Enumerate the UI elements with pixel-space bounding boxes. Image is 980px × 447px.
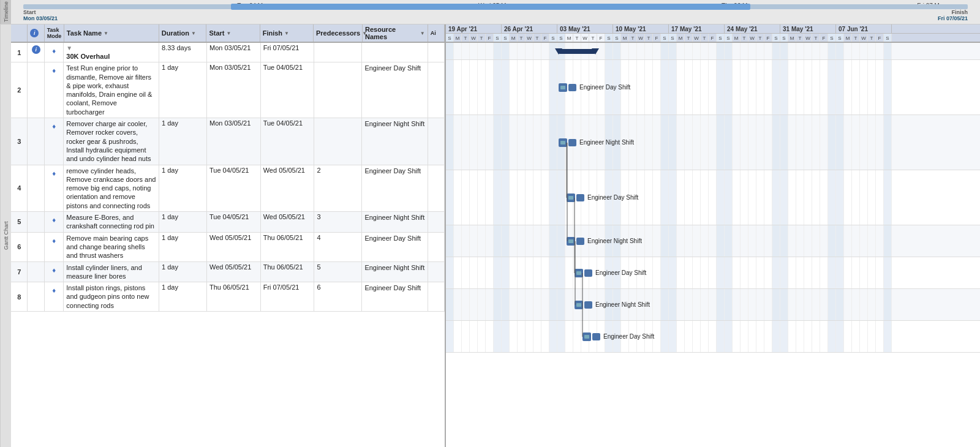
col-mode: TaskMode <box>45 24 64 42</box>
gantt-day-label: F <box>653 34 661 43</box>
table-row[interactable]: 2⬧Test Run engine prior to dismantle, Re… <box>11 62 445 118</box>
taskname-sort: ▼ <box>104 31 108 36</box>
cell-finish: Thu 06/05/21 <box>261 233 315 261</box>
app-container: Timeline Tue 04 May Wed 05 May Thu 06 Ma… <box>0 0 980 447</box>
finish-sort: ▼ <box>284 31 289 36</box>
col-ai: Ai <box>428 24 445 42</box>
cell-mode: ⬧ <box>45 43 64 62</box>
gantt-day-label: M <box>844 34 852 43</box>
cell-duration: 1 day <box>159 282 207 311</box>
gantt-task-bar <box>568 139 576 146</box>
cell-duration: 1 day <box>159 233 207 261</box>
cell-start: Mon 03/05/21 <box>207 62 261 118</box>
gantt-day-label: S <box>772 34 780 43</box>
col-start[interactable]: Start ▼ <box>206 24 260 42</box>
gantt-day-label: T <box>533 34 541 43</box>
gantt-row: Engineer Day Shift <box>446 60 980 115</box>
col-resource[interactable]: Resource Names ▼ <box>363 24 428 42</box>
col-taskname[interactable]: Task Name ▼ <box>64 24 159 42</box>
gantt-week-label: 31 May '21 <box>780 24 836 33</box>
gantt-area: 19 Apr '2126 Apr '2103 May '2110 May '21… <box>446 24 980 447</box>
gantt-bar-icon <box>567 193 575 202</box>
task-name-text: Remover charge air cooler, Remover rocke… <box>66 119 156 163</box>
cell-mode: ⬧ <box>45 62 64 118</box>
cell-finish: Fri 07/05/21 <box>261 43 315 62</box>
task-name-text: Remove main bearing caps and change bear… <box>66 234 156 260</box>
gantt-task-bar <box>584 269 592 277</box>
task-mode-icon: ⬧ <box>51 235 56 245</box>
gantt-day-label: T <box>629 34 637 43</box>
col-duration[interactable]: Duration ▼ <box>159 24 207 42</box>
svg-rect-0 <box>560 86 565 89</box>
gantt-day-label: T <box>852 34 860 43</box>
cell-num: 3 <box>11 118 28 164</box>
table-row[interactable]: 1i⬧▼30K Overhaul8.33 daysMon 03/05/21Fri… <box>11 43 445 62</box>
gantt-task-bar <box>584 301 592 309</box>
col-pred[interactable]: Predecessors ▼ <box>314 24 363 42</box>
svg-rect-4 <box>576 271 581 275</box>
gantt-day-label: T <box>573 34 581 43</box>
gantt-chart-label: Gantt Chart <box>0 24 11 447</box>
cell-predecessors: 3 <box>314 212 362 232</box>
gantt-day-label: S <box>780 34 788 43</box>
col-finish[interactable]: Finish ▼ <box>260 24 314 42</box>
gantt-day-label: T <box>812 34 820 43</box>
gantt-task-bar <box>576 238 584 245</box>
gantt-bar-label: Engineer Night Shift <box>595 301 650 308</box>
task-name-text: Measure E-Bores, and crankshaft connecti… <box>66 213 156 231</box>
cell-ai <box>428 165 445 211</box>
cell-ai <box>428 282 445 311</box>
gantt-day-label: T <box>756 34 764 43</box>
gantt-bg <box>446 321 980 352</box>
gantt-summary-bar <box>559 49 595 54</box>
table-row[interactable]: 7⬧Install cylinder liners, and measure l… <box>11 262 445 283</box>
table-row[interactable]: 8⬧Install piston rings, pistons and gudg… <box>11 282 445 312</box>
gantt-day-label: T <box>868 34 876 43</box>
cell-finish: Wed 05/05/21 <box>261 165 315 211</box>
cell-taskname: Remove main bearing caps and change bear… <box>64 233 159 261</box>
svg-rect-1 <box>560 141 565 145</box>
gantt-day-label: M <box>621 34 629 43</box>
gantt-day-label: F <box>876 34 884 43</box>
cell-taskname: remove cylinder heads, Remove crankcase … <box>64 165 159 211</box>
gantt-task-bar <box>576 194 584 201</box>
gantt-body: Engineer Day ShiftEngineer Night ShiftEn… <box>446 43 980 447</box>
gantt-day-label: M <box>677 34 685 43</box>
gantt-day-label: T <box>478 34 486 43</box>
main-content: Gantt Chart i TaskMode Task Name ▼ Durat… <box>0 24 980 447</box>
task-mode-icon: ⬧ <box>51 65 56 75</box>
timeline-bar-area: Tue 04 May Wed 05 May Thu 06 May Fri 07 … <box>11 0 980 24</box>
cell-resource: Engineer Day Shift <box>362 62 428 118</box>
cell-start: Mon 03/05/21 <box>207 43 261 62</box>
cell-resource: Engineer Day Shift <box>362 165 428 211</box>
gantt-bar-label: Engineer Night Shift <box>579 139 634 146</box>
gantt-bar-icon <box>567 237 575 246</box>
gantt-bg <box>446 43 980 59</box>
cell-duration: 1 day <box>159 212 207 232</box>
gantt-day-label: S <box>669 34 677 43</box>
cell-mode: ⬧ <box>45 212 64 232</box>
table-row[interactable]: 6⬧Remove main bearing caps and change be… <box>11 233 445 262</box>
cell-taskname: Remover charge air cooler, Remover rocke… <box>64 118 159 164</box>
gantt-bar-icon <box>575 301 583 309</box>
table-row[interactable]: 4⬧remove cylinder heads, Remove crankcas… <box>11 165 445 212</box>
table-row[interactable]: 5⬧Measure E-Bores, and crankshaft connec… <box>11 212 445 233</box>
cell-info <box>28 233 44 261</box>
gantt-day-label: S <box>828 34 836 43</box>
gantt-week-label: 10 May '21 <box>613 24 669 33</box>
timeline-finish-date: Fri 07/05/21 <box>938 15 968 21</box>
gantt-task-bar <box>592 333 600 340</box>
gantt-day-label: T <box>796 34 804 43</box>
timeline-start-label: StartMon 03/05/21 <box>23 9 58 21</box>
gantt-day-label: F <box>764 34 772 43</box>
info-icon: i <box>30 29 39 37</box>
table-row[interactable]: 3⬧Remover charge air cooler, Remover roc… <box>11 118 445 165</box>
gantt-row: Engineer Night Shift <box>446 289 980 321</box>
gantt-task-bar <box>568 84 576 91</box>
cell-taskname: Test Run engine prior to dismantle, Remo… <box>64 62 159 118</box>
cell-start: Tue 04/05/21 <box>207 165 261 211</box>
cell-num: 4 <box>11 165 28 211</box>
gantt-bar-container: Engineer Day Shift <box>559 83 630 92</box>
cell-finish: Fri 07/05/21 <box>261 282 315 311</box>
gantt-day-label: T <box>701 34 709 43</box>
